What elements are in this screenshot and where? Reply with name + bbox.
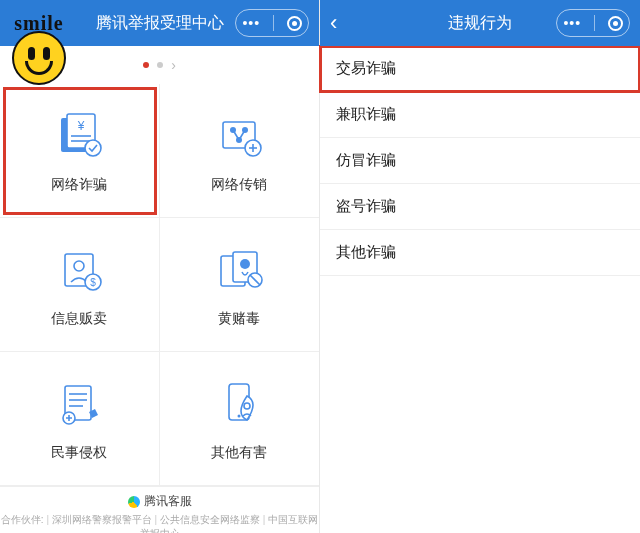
smile-sticker: smile (0, 12, 82, 85)
list-item[interactable]: 兼职诈骗 (320, 92, 640, 138)
tencent-logo-icon (128, 496, 140, 508)
right-header: ‹ 违规行为 ••• (320, 0, 640, 46)
illegal-icon (209, 242, 269, 298)
category-label: 信息贩卖 (51, 310, 107, 328)
category-label: 黄赌毒 (218, 310, 260, 328)
more-icon[interactable]: ••• (563, 16, 581, 30)
civil-icon (49, 376, 109, 432)
category-label: 网络传销 (211, 176, 267, 194)
left-title: 腾讯举报受理中心 (96, 13, 224, 34)
list-item[interactable]: 仿冒诈骗 (320, 138, 640, 184)
svg-point-30 (238, 414, 241, 417)
category-label: 民事侵权 (51, 444, 107, 462)
close-icon[interactable] (608, 16, 623, 31)
svg-point-16 (74, 261, 84, 271)
category-fraud[interactable]: ¥网络诈骗 (0, 84, 160, 218)
svg-point-21 (240, 259, 250, 269)
pyramid-icon (209, 108, 269, 164)
other-icon (209, 376, 269, 432)
footer-brand[interactable]: 腾讯客服 (0, 493, 319, 510)
capsule-divider (594, 15, 595, 31)
footer-prefix: 合作伙伴: (1, 514, 47, 525)
footer-link[interactable]: 深圳网络警察报警平台 (46, 514, 151, 525)
list-item[interactable]: 交易诈骗 (320, 46, 640, 92)
right-title: 违规行为 (448, 13, 512, 34)
right-screen: ‹ 违规行为 ••• 交易诈骗兼职诈骗仿冒诈骗盗号诈骗其他诈骗 (320, 0, 640, 533)
pager-dot-active[interactable] (143, 62, 149, 68)
svg-point-5 (85, 140, 101, 156)
category-grid: ¥网络诈骗网络传销$信息贩卖黄赌毒民事侵权其他有害 (0, 84, 319, 486)
miniprogram-capsule[interactable]: ••• (235, 9, 309, 37)
violation-list: 交易诈骗兼职诈骗仿冒诈骗盗号诈骗其他诈骗 (320, 46, 640, 276)
svg-text:$: $ (90, 277, 96, 288)
footer-link[interactable]: 公共信息安全网络监察 (152, 514, 260, 525)
left-screen: 腾讯举报受理中心 ••• smile › ¥网络诈骗网络传销$信息贩卖黄赌毒民事… (0, 0, 320, 533)
svg-text:¥: ¥ (77, 119, 85, 133)
list-item[interactable]: 其他诈骗 (320, 230, 640, 276)
footer-brand-label: 腾讯客服 (144, 493, 192, 510)
footer: 腾讯客服 合作伙伴: 深圳网络警察报警平台公共信息安全网络监察中国互联网举报中心 (0, 486, 319, 533)
category-other[interactable]: 其他有害 (160, 352, 320, 486)
category-label: 网络诈骗 (51, 176, 107, 194)
category-illegal[interactable]: 黄赌毒 (160, 218, 320, 352)
miniprogram-capsule[interactable]: ••• (556, 9, 630, 37)
back-icon[interactable]: ‹ (326, 0, 341, 46)
svg-line-11 (239, 130, 245, 140)
fraud-icon: ¥ (49, 108, 109, 164)
category-pyramid[interactable]: 网络传销 (160, 84, 320, 218)
more-icon[interactable]: ••• (242, 16, 260, 30)
chevron-right-icon[interactable]: › (171, 57, 176, 73)
list-item[interactable]: 盗号诈骗 (320, 184, 640, 230)
info-sell-icon: $ (49, 242, 109, 298)
capsule-divider (273, 15, 274, 31)
smile-face-icon (12, 31, 66, 85)
pager-dot[interactable] (157, 62, 163, 68)
svg-line-10 (233, 130, 239, 140)
category-label: 其他有害 (211, 444, 267, 462)
close-icon[interactable] (287, 16, 302, 31)
footer-links: 合作伙伴: 深圳网络警察报警平台公共信息安全网络监察中国互联网举报中心 (0, 513, 319, 533)
category-civil[interactable]: 民事侵权 (0, 352, 160, 486)
category-info-sell[interactable]: $信息贩卖 (0, 218, 160, 352)
